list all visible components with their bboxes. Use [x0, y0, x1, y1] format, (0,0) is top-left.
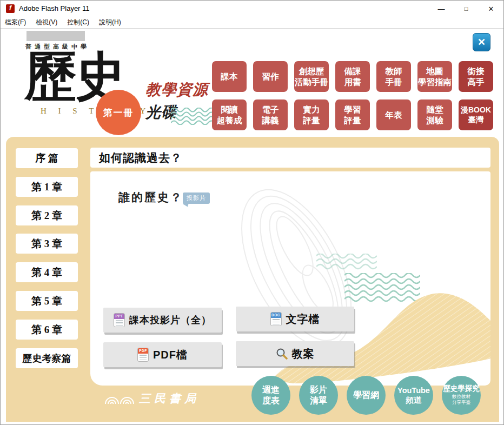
redacted-logo-placeholder	[26, 31, 85, 41]
waves-decoration-large	[344, 273, 420, 303]
doc-file-icon: DOC	[270, 312, 282, 326]
publisher-logo: 三民書局	[104, 391, 200, 406]
resource-button[interactable]: 漫BOOK 臺灣	[459, 99, 493, 130]
magnifier-icon	[276, 348, 288, 360]
app-close-x-icon: ✕	[478, 36, 486, 48]
sidebar-item-ch5[interactable]: 第 5 章	[16, 291, 78, 311]
minimize-icon[interactable]: —	[429, 1, 454, 17]
topic-title-bar: 如何認識過去？	[90, 148, 490, 168]
content-panel: 誰的歷史？ 投影片 PPT 課本投影片（全） DOC 文字檔 PDF PDF檔	[90, 171, 490, 386]
resource-button[interactable]: 備課 用書	[335, 61, 370, 92]
publisher-arches-icon	[104, 392, 136, 405]
resource-button[interactable]: 銜接 高手	[459, 61, 493, 92]
volume-label: 第一冊	[103, 107, 134, 119]
textbook-slides-label: 課本投影片（全）	[129, 314, 211, 327]
menu-control[interactable]: 控制(C)	[67, 18, 89, 27]
resource-button[interactable]: 實力 評量	[294, 99, 329, 130]
flash-logo-icon: f	[6, 4, 15, 13]
window-controls: — □ ✕	[429, 1, 503, 17]
resource-button[interactable]: 隨堂 測驗	[417, 99, 452, 130]
publisher-name: 三民書局	[139, 391, 200, 406]
sidebar-item-ch3[interactable]: 第 3 章	[16, 234, 78, 254]
lesson-title: 誰的歷史？	[118, 190, 183, 205]
learning-web-circle[interactable]: 學習網	[347, 376, 386, 415]
resource-button[interactable]: 教師 手冊	[376, 61, 411, 92]
resource-tagline-1: 教學資源	[145, 79, 208, 100]
sidebar-item-ch1[interactable]: 第 1 章	[16, 177, 78, 197]
lesson-plan-button[interactable]: 教案	[236, 341, 354, 366]
resource-button[interactable]: 創想歷 活動手冊	[294, 61, 329, 92]
resource-button[interactable]: 地圖 學習指南	[417, 61, 452, 92]
pdf-file-button[interactable]: PDF PDF檔	[103, 342, 222, 367]
mountain-decoration	[271, 277, 490, 386]
maximize-icon[interactable]: □	[454, 1, 479, 17]
resource-button[interactable]: 閱讀 超養成	[212, 99, 247, 130]
textbook-slides-button[interactable]: PPT 課本投影片（全）	[103, 308, 222, 333]
slide-badge: 投影片	[183, 192, 210, 204]
resource-button[interactable]: 電子 講義	[253, 99, 288, 130]
menu-view[interactable]: 檢視(V)	[36, 18, 57, 27]
menu-bar: 檔案(F) 檢視(V) 控制(C) 說明(H)	[1, 17, 503, 29]
title-bar: f Adobe Flash Player 11 — □ ✕	[1, 1, 503, 17]
window-title: Adobe Flash Player 11	[19, 1, 90, 17]
resource-button[interactable]: 習作	[253, 61, 288, 92]
menu-help[interactable]: 說明(H)	[99, 18, 121, 27]
sidebar-item-ch2[interactable]: 第 2 章	[16, 205, 78, 225]
history-explore-subtitle: 數位教材 分享平臺	[452, 394, 470, 406]
text-file-label: 文字檔	[286, 312, 320, 327]
resource-button[interactable]: 學習 評量	[335, 99, 370, 130]
app-close-button[interactable]: ✕	[473, 33, 490, 51]
youtube-channel-circle[interactable]: YouTube 頻道	[394, 376, 433, 415]
topic-title: 如何認識過去？	[99, 150, 182, 165]
video-list-circle[interactable]: 影片 清單	[299, 376, 338, 415]
resource-tagline-2: 光碟	[145, 102, 177, 123]
waves-decoration-small	[316, 254, 377, 273]
text-file-button[interactable]: DOC 文字檔	[236, 307, 354, 331]
sidebar-item-ch4[interactable]: 第 4 章	[16, 262, 78, 282]
pdf-file-label: PDF檔	[153, 348, 188, 362]
lesson-plan-label: 教案	[292, 347, 315, 361]
sidebar-item-intro[interactable]: 序 篇	[16, 148, 78, 168]
close-icon[interactable]: ✕	[479, 1, 503, 17]
weekly-schedule-circle[interactable]: 週進 度表	[251, 376, 290, 415]
sidebar-item-ch6[interactable]: 第 6 章	[16, 320, 78, 340]
history-explore-circle[interactable]: 歷史學探究 數位教材 分享平臺	[442, 376, 481, 415]
sidebar-item-fieldwork[interactable]: 歷史考察篇	[16, 348, 78, 368]
ppt-file-icon: PPT	[114, 313, 125, 327]
pdf-file-icon: PDF	[137, 348, 149, 362]
history-explore-title: 歷史學探究	[443, 385, 480, 393]
volume-badge: 第一冊	[96, 90, 141, 135]
menu-file[interactable]: 檔案(F)	[5, 18, 26, 27]
resource-button[interactable]: 課本	[212, 61, 247, 92]
resource-button[interactable]: 年表	[376, 99, 411, 130]
flash-player-window: f Adobe Flash Player 11 — □ ✕ 檔案(F) 檢視(V…	[0, 0, 504, 425]
